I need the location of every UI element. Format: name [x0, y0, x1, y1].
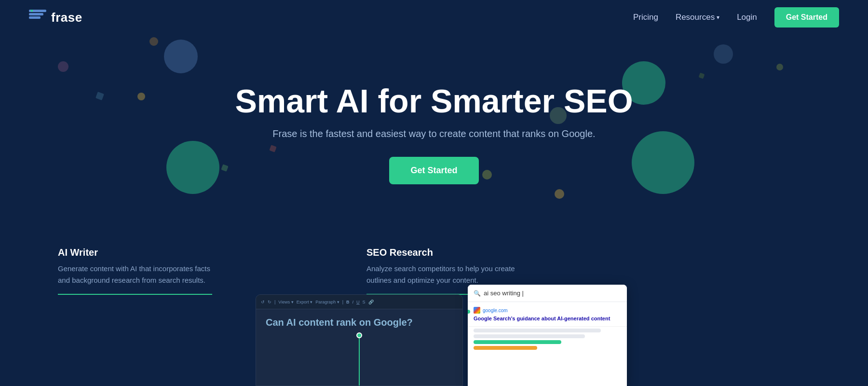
hero-section: Smart AI for Smarter SEO Frase is the fa… [0, 35, 868, 233]
search-result-url: google.com [483, 308, 508, 313]
screenshots-area: ↺ ↻ | Views ▾ Export ▾ Paragraph ▾ | B I… [241, 275, 627, 386]
connector-dot-left [356, 332, 362, 338]
ai-writer-title: AI Writer [58, 247, 309, 258]
search-result-item: google.com Google Search's guidance abou… [468, 302, 627, 327]
resources-link[interactable]: Resources ▾ [676, 13, 719, 22]
toolbar-sep2: | [342, 300, 343, 304]
resources-label: Resources [676, 13, 715, 22]
decorative-shape [699, 73, 705, 79]
result-highlight-bar [474, 340, 561, 344]
logo: frase [29, 10, 82, 25]
chevron-down-icon: ▾ [717, 14, 719, 21]
search-result-source: google.com [474, 307, 621, 314]
toolbar-sep: | [274, 300, 275, 304]
pricing-link[interactable]: Pricing [633, 13, 658, 22]
login-link[interactable]: Login [737, 13, 757, 22]
decorative-shape [269, 145, 276, 152]
decorative-shape [776, 64, 783, 70]
decorative-shape [164, 40, 198, 73]
result-bar-1 [474, 329, 601, 332]
seo-research-title: SEO Research [366, 247, 646, 258]
search-result-title: Google Search's guidance about AI-genera… [474, 316, 621, 321]
result-bar-2 [474, 334, 585, 338]
toolbar-underline: U [356, 300, 360, 304]
svg-rect-1 [29, 13, 43, 15]
logo-icon [29, 10, 46, 25]
toolbar-italic: I [353, 300, 354, 304]
decorative-shape [137, 93, 145, 100]
search-bar-mock: 🔍 ai seo writing | [468, 285, 627, 302]
navbar: frase Pricing Resources ▾ Login Get Star… [0, 0, 868, 35]
decorative-shape [166, 141, 219, 194]
toolbar-paragraph: Paragraph ▾ [315, 300, 339, 304]
decorative-shape [714, 44, 733, 64]
toolbar-link: 🔗 [368, 300, 374, 304]
ai-writer-description: Generate content with AI that incorporat… [58, 263, 212, 286]
google-icon [474, 307, 480, 314]
hero-subtitle: Frase is the fastest and easiest way to … [272, 128, 595, 139]
editor-screenshot: ↺ ↻ | Views ▾ Export ▾ Paragraph ▾ | B I… [256, 294, 463, 386]
search-icon-mock: 🔍 [474, 290, 481, 297]
toolbar-redo: ↻ [268, 300, 271, 304]
svg-rect-3 [31, 10, 33, 12]
result-orange-bar [474, 346, 537, 350]
editor-heading: Can AI content rank on Google? [266, 317, 453, 328]
decorative-shape [149, 37, 158, 46]
toolbar-views: Views ▾ [278, 300, 293, 304]
toolbar-undo: ↺ [261, 300, 265, 304]
toolbar-strike: S [363, 300, 366, 304]
decorative-shape [482, 170, 492, 179]
connector-line-left [359, 337, 360, 386]
get-started-button-hero[interactable]: Get Started [389, 157, 478, 184]
decorative-shape [221, 164, 228, 171]
decorative-shape [58, 61, 68, 72]
svg-rect-2 [29, 16, 41, 19]
toolbar-export: Export ▾ [297, 300, 313, 304]
editor-toolbar: ↺ ↻ | Views ▾ Export ▾ Paragraph ▾ | B I… [256, 295, 462, 309]
get-started-button-nav[interactable]: Get Started [774, 7, 839, 28]
search-query-mock: ai seo writing | [484, 290, 524, 297]
logo-text: frase [51, 10, 82, 25]
decorative-shape [555, 189, 564, 199]
search-screenshot: 🔍 ai seo writing | google.com Google Sea… [468, 285, 627, 386]
features-section: AI Writer Generate content with AI that … [0, 233, 868, 386]
decorative-shape [95, 92, 104, 100]
decorative-shape [632, 131, 694, 194]
toolbar-bold: B [346, 300, 350, 304]
nav-links: Pricing Resources ▾ Login Get Started [633, 7, 839, 28]
ai-writer-divider [58, 294, 212, 295]
hero-title: Smart AI for Smarter SEO [235, 83, 633, 119]
